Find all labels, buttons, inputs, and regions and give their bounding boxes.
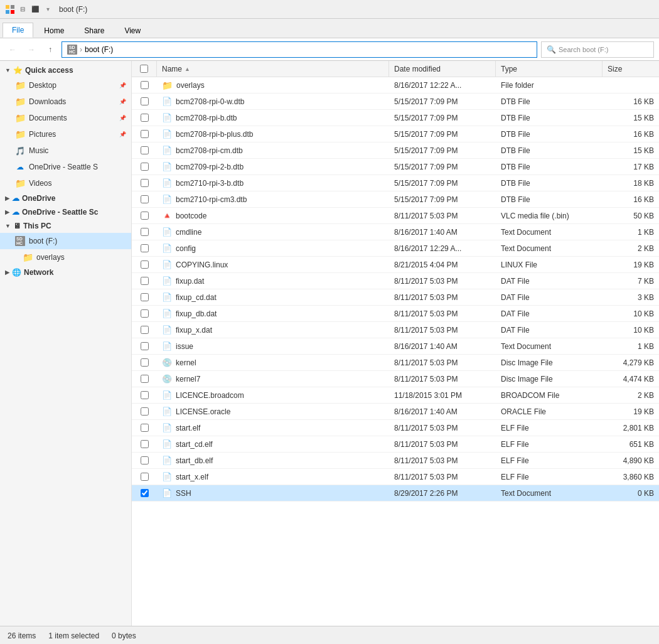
col-header-size[interactable]: Size bbox=[603, 61, 659, 77]
sidebar-item-downloads[interactable]: 📁 Downloads 📌 bbox=[0, 94, 131, 110]
table-row[interactable]: 📄 bcm2709-rpi-2-b.dtb 5/15/2017 7:09 PM … bbox=[132, 159, 659, 175]
search-box[interactable]: 🔍 Search boot (F:) bbox=[541, 41, 654, 58]
sidebar-section-thispc[interactable]: ▼ 🖥 This PC bbox=[0, 219, 131, 233]
file-checkbox[interactable] bbox=[141, 456, 149, 464]
table-row[interactable]: 📄 start_db.elf 8/11/2017 5:03 PM ELF Fil… bbox=[132, 453, 659, 469]
sidebar-item-videos[interactable]: 📁 Videos bbox=[0, 175, 131, 191]
file-check-cell[interactable] bbox=[132, 293, 157, 301]
file-check-cell[interactable] bbox=[132, 440, 157, 448]
file-checkbox[interactable] bbox=[141, 228, 149, 236]
tab-view[interactable]: View bbox=[115, 23, 150, 38]
file-checkbox[interactable] bbox=[141, 473, 149, 481]
sidebar-section-onedrive-sc[interactable]: ▶ ☁ OneDrive - Seattle Sc bbox=[0, 205, 131, 219]
table-row[interactable]: 📄 bcm2708-rpi-cm.dtb 5/15/2017 7:09 PM D… bbox=[132, 142, 659, 159]
table-row[interactable]: 📄 config 8/16/2017 12:29 A... Text Docum… bbox=[132, 240, 659, 257]
file-check-cell[interactable] bbox=[132, 456, 157, 464]
file-check-cell[interactable] bbox=[132, 424, 157, 432]
file-checkbox[interactable] bbox=[141, 195, 149, 203]
file-checkbox[interactable] bbox=[141, 212, 149, 220]
sidebar-section-onedrive[interactable]: ▶ ☁ OneDrive bbox=[0, 191, 131, 205]
table-row[interactable]: 📄 COPYING.linux 8/21/2015 4:04 PM LINUX … bbox=[132, 257, 659, 273]
table-row[interactable]: 📄 start_cd.elf 8/11/2017 5:03 PM ELF Fil… bbox=[132, 436, 659, 453]
table-row[interactable]: 📄 LICENCE.broadcom 11/18/2015 3:01 PM BR… bbox=[132, 387, 659, 404]
file-checkbox[interactable] bbox=[141, 277, 149, 285]
file-check-cell[interactable] bbox=[132, 309, 157, 318]
table-row[interactable]: 📁 overlays 8/16/2017 12:22 A... File fol… bbox=[132, 77, 659, 94]
sidebar-item-boot[interactable]: SD HC boot (F:) bbox=[0, 233, 131, 249]
col-header-date[interactable]: Date modified bbox=[389, 61, 496, 77]
file-check-cell[interactable] bbox=[132, 212, 157, 220]
file-check-cell[interactable] bbox=[132, 81, 157, 89]
file-check-cell[interactable] bbox=[132, 97, 157, 105]
file-checkbox[interactable] bbox=[141, 489, 149, 497]
file-checkbox[interactable] bbox=[141, 375, 149, 383]
file-check-cell[interactable] bbox=[132, 326, 157, 334]
file-checkbox[interactable] bbox=[141, 114, 149, 122]
tab-file[interactable]: File bbox=[3, 23, 33, 38]
file-checkbox[interactable] bbox=[141, 391, 149, 399]
table-row[interactable]: 📄 start_x.elf 8/11/2017 5:03 PM ELF File… bbox=[132, 469, 659, 485]
file-checkbox[interactable] bbox=[141, 244, 149, 252]
sidebar-item-pictures[interactable]: 📁 Pictures 📌 bbox=[0, 126, 131, 142]
sidebar-item-documents[interactable]: 📁 Documents 📌 bbox=[0, 110, 131, 126]
file-checkbox[interactable] bbox=[141, 97, 149, 105]
file-check-cell[interactable] bbox=[132, 195, 157, 203]
table-row[interactable]: 📄 fixup.dat 8/11/2017 5:03 PM DAT File 7… bbox=[132, 273, 659, 289]
file-check-cell[interactable] bbox=[132, 179, 157, 187]
file-checkbox[interactable] bbox=[141, 309, 149, 318]
file-checkbox[interactable] bbox=[141, 424, 149, 432]
sidebar-item-music[interactable]: 🎵 Music bbox=[0, 142, 131, 159]
file-checkbox[interactable] bbox=[141, 146, 149, 154]
sidebar-section-network[interactable]: ▶ 🌐 Network bbox=[0, 266, 131, 279]
file-check-cell[interactable] bbox=[132, 473, 157, 481]
table-row[interactable]: 📄 bcm2710-rpi-3-b.dtb 5/15/2017 7:09 PM … bbox=[132, 175, 659, 191]
back-button[interactable]: ← bbox=[5, 42, 20, 57]
forward-button[interactable]: → bbox=[24, 42, 39, 57]
sidebar-section-quick-access[interactable]: ▼ ⭐ Quick access bbox=[0, 63, 131, 77]
file-checkbox[interactable] bbox=[141, 163, 149, 171]
file-check-cell[interactable] bbox=[132, 114, 157, 122]
table-row[interactable]: 📄 bcm2708-rpi-b.dtb 5/15/2017 7:09 PM DT… bbox=[132, 110, 659, 126]
table-row[interactable]: 📄 issue 8/16/2017 1:40 AM Text Document … bbox=[132, 338, 659, 355]
table-row[interactable]: 💿 kernel 8/11/2017 5:03 PM Disc Image Fi… bbox=[132, 355, 659, 371]
select-all-checkbox[interactable] bbox=[140, 65, 148, 73]
tab-share[interactable]: Share bbox=[75, 23, 114, 38]
table-row[interactable]: 📄 fixup_x.dat 8/11/2017 5:03 PM DAT File… bbox=[132, 322, 659, 338]
file-checkbox[interactable] bbox=[141, 358, 149, 367]
sidebar-item-desktop[interactable]: 📁 Desktop 📌 bbox=[0, 77, 131, 94]
file-check-cell[interactable] bbox=[132, 163, 157, 171]
file-check-cell[interactable] bbox=[132, 244, 157, 252]
up-button[interactable]: ↑ bbox=[43, 42, 58, 57]
file-checkbox[interactable] bbox=[141, 342, 149, 350]
file-checkbox[interactable] bbox=[141, 81, 149, 89]
file-check-cell[interactable] bbox=[132, 146, 157, 154]
sidebar-item-onedrive-seattle[interactable]: ☁ OneDrive - Seattle S bbox=[0, 159, 131, 175]
col-header-name[interactable]: Name ▲ bbox=[157, 61, 389, 77]
file-check-cell[interactable] bbox=[132, 489, 157, 497]
file-check-cell[interactable] bbox=[132, 358, 157, 367]
file-check-cell[interactable] bbox=[132, 260, 157, 269]
file-check-cell[interactable] bbox=[132, 407, 157, 416]
table-row[interactable]: 📄 start.elf 8/11/2017 5:03 PM ELF File 2… bbox=[132, 420, 659, 436]
table-row[interactable]: 📄 fixup_cd.dat 8/11/2017 5:03 PM DAT Fil… bbox=[132, 289, 659, 306]
tab-home[interactable]: Home bbox=[35, 23, 73, 38]
file-check-cell[interactable] bbox=[132, 342, 157, 350]
table-row[interactable]: 📄 fixup_db.dat 8/11/2017 5:03 PM DAT Fil… bbox=[132, 306, 659, 322]
col-header-type[interactable]: Type bbox=[496, 61, 603, 77]
sidebar-item-overlays[interactable]: 📁 overlays bbox=[0, 249, 131, 266]
file-checkbox[interactable] bbox=[141, 407, 149, 416]
file-check-cell[interactable] bbox=[132, 391, 157, 399]
file-check-cell[interactable] bbox=[132, 228, 157, 236]
table-row[interactable]: 📄 bcm2708-rpi-b-plus.dtb 5/15/2017 7:09 … bbox=[132, 126, 659, 142]
file-checkbox[interactable] bbox=[141, 326, 149, 334]
file-checkbox[interactable] bbox=[141, 260, 149, 269]
table-row[interactable]: 📄 SSH 8/29/2017 2:26 PM Text Document 0 … bbox=[132, 485, 659, 502]
table-row[interactable]: 🔺 bootcode 8/11/2017 5:03 PM VLC media f… bbox=[132, 208, 659, 224]
table-row[interactable]: 💿 kernel7 8/11/2017 5:03 PM Disc Image F… bbox=[132, 371, 659, 387]
col-header-check[interactable] bbox=[132, 61, 157, 77]
table-row[interactable]: 📄 bcm2708-rpi-0-w.dtb 5/15/2017 7:09 PM … bbox=[132, 94, 659, 110]
file-checkbox[interactable] bbox=[141, 293, 149, 301]
file-checkbox[interactable] bbox=[141, 130, 149, 138]
file-checkbox[interactable] bbox=[141, 440, 149, 448]
file-check-cell[interactable] bbox=[132, 375, 157, 383]
